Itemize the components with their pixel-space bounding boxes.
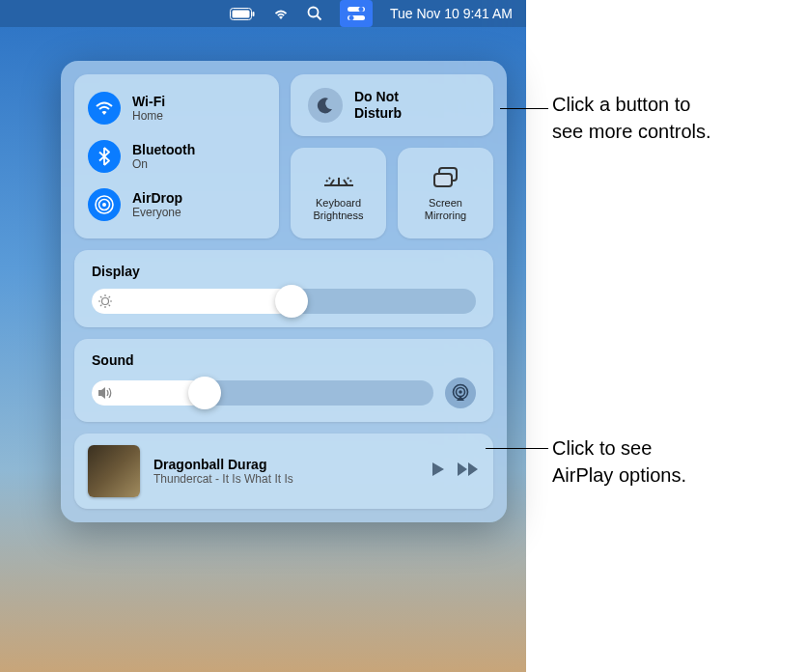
play-button[interactable] [430,461,447,482]
desktop-background: Tue Nov 10 9:41 AM Wi-Fi Home [0,0,526,672]
display-slider-thumb[interactable] [275,285,308,318]
svg-line-16 [348,178,351,182]
menubar-datetime[interactable]: Tue Nov 10 9:41 AM [390,6,513,21]
callout-top: Click a button to see more controls. [552,91,711,145]
now-playing-module[interactable]: Dragonball Durag Thundercat - It Is What… [74,434,493,509]
svg-point-3 [308,8,318,17]
display-slider[interactable] [92,289,476,314]
svg-point-11 [102,203,106,207]
bluetooth-control[interactable]: Bluetooth On [86,132,267,181]
wifi-control[interactable]: Wi-Fi Home [86,84,267,132]
svg-line-26 [109,305,110,306]
control-center-panel: Wi-Fi Home Bluetooth On [61,61,507,522]
sound-slider[interactable] [92,380,433,406]
airdrop-subtitle: Everyone [132,206,182,219]
airplay-icon [451,383,470,403]
screen-mirroring-icon [432,164,459,191]
svg-point-31 [459,390,462,394]
svg-line-4 [317,16,320,20]
screen-mirroring-module[interactable]: Screen Mirroring [398,148,493,238]
airdrop-icon [88,188,121,221]
volume-icon [97,385,115,401]
bluetooth-title: Bluetooth [132,142,195,157]
brightness-icon [97,294,113,309]
keyboard-brightness-icon [324,164,353,191]
svg-rect-19 [434,174,452,186]
screen-mirroring-label: Screen Mirroring [425,197,466,222]
control-center-menubar-icon[interactable] [340,0,373,27]
sound-module[interactable]: Sound [74,339,493,422]
display-module[interactable]: Display [74,250,493,327]
airdrop-control[interactable]: AirDrop Everyone [86,181,267,229]
sound-slider-thumb[interactable] [188,377,221,409]
moon-icon [308,88,343,123]
battery-icon[interactable] [230,8,255,20]
svg-point-8 [348,15,353,20]
svg-line-15 [326,178,330,182]
keyboard-brightness-module[interactable]: Keyboard Brightness [291,148,386,238]
next-button[interactable] [457,462,480,481]
spotlight-icon[interactable] [307,6,322,21]
svg-rect-2 [252,12,254,16]
svg-rect-1 [232,10,249,17]
svg-line-28 [109,296,110,297]
airplay-audio-button[interactable] [445,378,476,408]
connectivity-module[interactable]: Wi-Fi Home Bluetooth On [74,74,279,238]
track-title: Dragonball Durag [153,457,416,472]
display-title: Display [92,264,476,279]
bluetooth-subtitle: On [132,157,195,171]
wifi-title: Wi-Fi [132,94,165,109]
wifi-subtitle: Home [132,109,165,123]
dnd-label: Do Not Disturb [354,89,402,122]
keyboard-brightness-label: Keyboard Brightness [314,197,364,222]
svg-line-27 [100,305,101,306]
wifi-menubar-icon[interactable] [272,7,290,20]
svg-line-25 [100,296,101,297]
wifi-icon [88,92,121,125]
callout-bottom: Click to see AirPlay options. [552,434,686,489]
airdrop-title: AirDrop [132,190,182,206]
callout-line [486,448,548,449]
svg-point-20 [102,298,109,305]
album-art [88,445,140,497]
do-not-disturb-module[interactable]: Do Not Disturb [291,74,493,136]
callout-line [500,108,548,109]
sound-title: Sound [92,352,476,368]
svg-point-6 [358,7,363,12]
track-artist-album: Thundercat - It Is What It Is [153,472,416,486]
bluetooth-icon [88,140,121,173]
menubar: Tue Nov 10 9:41 AM [0,0,526,27]
